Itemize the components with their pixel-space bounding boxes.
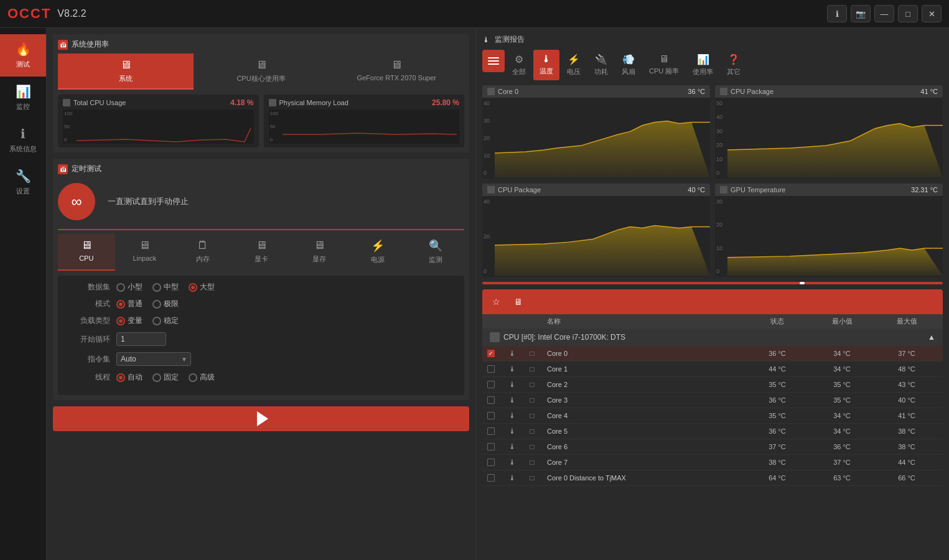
sidebar-item-test[interactable]: 🔥 测试 xyxy=(0,34,46,77)
thread-advanced-radio[interactable] xyxy=(189,373,197,382)
dataset-small-radio[interactable] xyxy=(116,283,125,292)
start-loop-row: 开始循环 xyxy=(67,332,456,346)
mode-extreme-radio[interactable] xyxy=(152,300,161,309)
row-core2-checkbox[interactable] xyxy=(487,381,495,388)
dataset-large-radio[interactable] xyxy=(189,283,197,292)
start-loop-input[interactable] xyxy=(116,332,166,346)
vram-type-icon: 🖥 xyxy=(314,239,325,252)
row-core1-checkbox[interactable] xyxy=(487,365,495,373)
row-core2-min: 35 °C xyxy=(811,381,873,388)
row-core2-max: 43 °C xyxy=(876,381,938,388)
monitor-tab-usage[interactable]: 📊 使用率 xyxy=(686,50,719,80)
mode-normal-radio[interactable] xyxy=(116,300,125,309)
load-variable-radio[interactable] xyxy=(116,317,125,325)
play-button-container[interactable] xyxy=(53,406,469,431)
scheduled-test-section: 📅 定时测试 ∞ 一直测试直到手动停止 🖥 CPU 🖥 Linpack xyxy=(53,159,469,400)
mode-extreme[interactable]: 极限 xyxy=(152,299,179,309)
row-core5-checkbox[interactable] xyxy=(487,427,495,435)
chart-gpu-temp-svg xyxy=(727,196,943,276)
tab-cpu-core[interactable]: 🖥 CPU核心使用率 xyxy=(194,54,329,90)
chart-cpu-package-top: CPU Package 41 °C 50403020100 xyxy=(715,85,943,179)
load-stable-label: 稳定 xyxy=(164,315,179,326)
table-row-core0-tjmax: 🌡 □ Core 0 Distance to TjMAX 64 °C 63 °C… xyxy=(482,470,943,486)
monitor-tab-power[interactable]: 🔌 功耗 xyxy=(588,50,614,80)
test-type-vram[interactable]: 🖥 显存 xyxy=(291,234,348,271)
mode-label: 模式 xyxy=(67,299,110,309)
load-stable-radio[interactable] xyxy=(152,317,161,325)
infinity-button[interactable]: ∞ xyxy=(58,183,95,220)
chart-cpu-package-bot-value: 40 °C xyxy=(688,186,705,194)
mode-normal[interactable]: 普通 xyxy=(116,299,143,309)
gpu-type-icon: 🖥 xyxy=(256,239,267,252)
sidebar-item-sysinfo[interactable]: ℹ 系统信息 xyxy=(0,119,46,161)
row-core5-status: 36 °C xyxy=(746,427,808,435)
svg-marker-1 xyxy=(727,124,943,178)
instruction-select[interactable]: Auto AVX2 SSE2 xyxy=(116,352,191,366)
row-core7-checkbox[interactable] xyxy=(487,459,495,466)
sidebar-item-settings[interactable]: 🔧 设置 xyxy=(0,161,46,203)
cpu-core-tab-icon: 🖥 xyxy=(256,58,267,72)
row-core3-checkbox[interactable] xyxy=(487,396,495,404)
row-core6-name: Core 6 xyxy=(547,443,744,450)
monitor-tab-voltage[interactable]: ⚡ 电压 xyxy=(561,50,587,80)
table-row-core1: 🌡 □ Core 1 44 °C 34 °C 48 °C xyxy=(482,362,943,377)
star-button[interactable]: ☆ xyxy=(487,293,505,310)
cpu-usage-label: Total CPU Usage xyxy=(73,99,126,106)
cpu-usage-card: Total CPU Usage 4.18 % 100500 xyxy=(58,95,259,147)
tab-gpu[interactable]: 🖥 GeForce RTX 2070 Super xyxy=(329,54,464,90)
chart-core0-svg xyxy=(495,98,710,178)
row-core0-checkbox[interactable]: ✓ xyxy=(487,350,495,357)
window-controls: ℹ 📷 — □ ✕ xyxy=(827,5,942,22)
tab-system[interactable]: 🖥 系统 xyxy=(58,54,194,90)
minimize-button[interactable]: — xyxy=(874,5,894,22)
test-type-power[interactable]: ⚡ 电源 xyxy=(349,234,406,271)
dataset-large[interactable]: 大型 xyxy=(189,282,215,292)
dataset-small[interactable]: 小型 xyxy=(116,282,143,292)
table-row-core3: 🌡 □ Core 3 36 °C 35 °C 40 °C xyxy=(482,393,943,408)
row-core5-name: Core 5 xyxy=(547,427,744,435)
monitor-tab-all[interactable]: ⚙ 全部 xyxy=(506,50,532,80)
main-container: 🔥 测试 📊 监控 ℹ 系统信息 🔧 设置 📅 系统使用率 🖥 xyxy=(0,28,949,560)
dataset-medium[interactable]: 中型 xyxy=(152,282,179,292)
chart-cpu-package-top-header: CPU Package 41 °C xyxy=(715,85,943,98)
linpack-type-icon: 🖥 xyxy=(139,239,150,252)
load-variable[interactable]: 变量 xyxy=(116,315,143,326)
monitor-tab-other[interactable]: ❓ 其它 xyxy=(721,50,747,80)
test-type-memory[interactable]: 🗒 内存 xyxy=(174,234,231,271)
monitor-tab-fan[interactable]: 💨 风扇 xyxy=(615,50,642,80)
chart-cpu-package-bot-area: 40200 xyxy=(482,196,710,277)
close-button[interactable]: ✕ xyxy=(922,5,942,22)
test-type-linpack[interactable]: 🖥 Linpack xyxy=(116,234,174,271)
group-collapse-icon[interactable]: ▲ xyxy=(928,333,935,342)
row-core6-checkbox[interactable] xyxy=(487,443,495,450)
hamburger-menu-button[interactable] xyxy=(482,50,505,72)
row-core6-icon2: □ xyxy=(527,442,537,452)
row-core1-icon1: 🌡 xyxy=(507,364,517,374)
tab-gpu-label: GeForce RTX 2070 Super xyxy=(357,74,436,82)
thread-auto-radio[interactable] xyxy=(116,373,125,382)
info-button[interactable]: ℹ xyxy=(827,5,847,22)
dataset-large-label: 大型 xyxy=(200,282,215,292)
test-type-monitoring[interactable]: 🔍 监测 xyxy=(407,234,464,271)
screenshot-button[interactable]: 📷 xyxy=(851,5,871,22)
row-core0-tjmax-checkbox[interactable] xyxy=(487,474,495,482)
thread-fixed-radio[interactable] xyxy=(152,373,161,382)
sys-usage-title: 系统使用率 xyxy=(72,39,109,50)
monitor-button[interactable]: 🖥 xyxy=(510,293,527,310)
row-core1-icon2: □ xyxy=(527,364,537,374)
thread-advanced[interactable]: 高级 xyxy=(189,372,215,383)
mem-usage-value: 25.80 % xyxy=(432,98,459,107)
thread-fixed[interactable]: 固定 xyxy=(152,372,179,383)
dataset-medium-radio[interactable] xyxy=(152,283,161,292)
chart-cpu-pkg2-icon xyxy=(487,186,495,194)
monitor-tab-temp[interactable]: 🌡 温度 xyxy=(533,50,559,80)
test-type-cpu[interactable]: 🖥 CPU xyxy=(58,234,115,271)
thread-auto[interactable]: 自动 xyxy=(116,372,143,383)
test-type-gpu[interactable]: 🖥 显卡 xyxy=(233,234,290,271)
monitor-tab-freq[interactable]: 🖥 CPU 频率 xyxy=(643,50,685,80)
load-stable[interactable]: 稳定 xyxy=(152,315,179,326)
row-core4-name: Core 4 xyxy=(547,412,744,419)
maximize-button[interactable]: □ xyxy=(898,5,918,22)
sidebar-item-monitor[interactable]: 📊 监控 xyxy=(0,77,46,119)
row-core4-checkbox[interactable] xyxy=(487,412,495,419)
